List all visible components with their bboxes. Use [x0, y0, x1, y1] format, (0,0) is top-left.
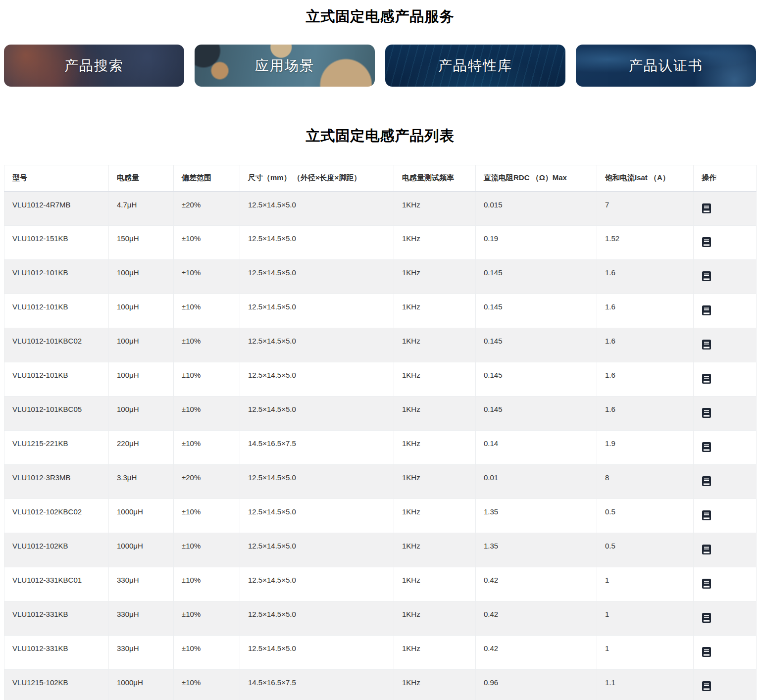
cell-model: VLU1012-331KB [4, 636, 109, 670]
cell-size: 12.5×14.5×5.0 [240, 636, 394, 670]
cell-test-frequency: 1KHz [394, 601, 476, 636]
book-icon [702, 276, 711, 283]
cell-tolerance: ±10% [174, 294, 240, 328]
cell-rdc: 0.42 [476, 567, 597, 601]
book-icon [702, 208, 711, 215]
cell-isat: 1 [597, 601, 694, 636]
row-action-button[interactable] [702, 544, 711, 555]
product-table-body: VLU1012-4R7MB 4.7μH ±20% 12.5×14.5×5.0 1… [4, 192, 757, 700]
book-icon [702, 412, 711, 420]
cell-model: VLU1012-102KBC02 [4, 499, 109, 533]
cell-isat: 1 [597, 567, 694, 601]
row-action-button[interactable] [702, 237, 711, 248]
cell-operation [694, 362, 757, 397]
row-action-button[interactable] [702, 647, 711, 657]
row-action-button[interactable] [702, 407, 711, 418]
cell-test-frequency: 1KHz [394, 636, 476, 670]
cell-rdc: 0.145 [476, 362, 597, 397]
cell-tolerance: ±10% [174, 226, 240, 260]
table-row: VLU1012-151KB 150μH ±10% 12.5×14.5×5.0 1… [4, 226, 757, 260]
book-icon [702, 447, 711, 454]
cell-model: VLU1012-151KB [4, 226, 109, 260]
cell-model: VLU1012-331KBC01 [4, 567, 109, 601]
cell-rdc: 0.96 [476, 670, 597, 700]
cell-isat: 0.5 [597, 499, 694, 533]
row-action-button[interactable] [702, 305, 711, 316]
cell-model: VLU1215-221KB [4, 431, 109, 465]
cell-size: 12.5×14.5×5.0 [240, 397, 394, 431]
cell-operation [694, 294, 757, 328]
product-table: 型号 电感量 偏差范围 尺寸（mm） （外径×长度×脚距） 电感量测试频率 直流… [4, 165, 757, 700]
cell-rdc: 1.35 [476, 533, 597, 567]
banner-row: 产品搜索 应用场景 产品特性库 产品认证书 [0, 45, 760, 87]
cell-test-frequency: 1KHz [394, 670, 476, 700]
cell-tolerance: ±10% [174, 567, 240, 601]
cell-size: 12.5×14.5×5.0 [240, 601, 394, 636]
cell-test-frequency: 1KHz [394, 397, 476, 431]
row-action-button[interactable] [702, 271, 711, 282]
row-action-button[interactable] [702, 510, 711, 521]
cell-isat: 1.6 [597, 294, 694, 328]
cell-tolerance: ±10% [174, 601, 240, 636]
book-icon [702, 242, 711, 249]
table-row: VLU1012-101KBC05 100μH ±10% 12.5×14.5×5.… [4, 397, 757, 431]
cell-test-frequency: 1KHz [394, 533, 476, 567]
cell-model: VLU1012-331KB [4, 601, 109, 636]
column-header-inductance: 电感量 [109, 165, 174, 192]
cell-inductance: 3.3μH [109, 465, 174, 499]
cell-tolerance: ±20% [174, 192, 240, 226]
table-row: VLU1215-102KB 1000μH ±10% 14.5×16.5×7.5 … [4, 670, 757, 700]
cell-size: 12.5×14.5×5.0 [240, 226, 394, 260]
cell-model: VLU1012-101KB [4, 362, 109, 397]
row-action-button[interactable] [702, 203, 711, 214]
banner-application-scenarios[interactable]: 应用场景 [195, 45, 375, 87]
row-action-button[interactable] [702, 373, 711, 384]
cell-isat: 1.6 [597, 397, 694, 431]
cell-isat: 1.9 [597, 431, 694, 465]
cell-operation [694, 636, 757, 670]
table-row: VLU1012-101KBC02 100μH ±10% 12.5×14.5×5.… [4, 328, 757, 362]
row-action-button[interactable] [702, 476, 711, 487]
cell-operation [694, 670, 757, 700]
row-action-button[interactable] [702, 612, 711, 623]
cell-rdc: 0.19 [476, 226, 597, 260]
row-action-button[interactable] [702, 442, 711, 452]
table-row: VLU1012-3R3MB 3.3μH ±20% 12.5×14.5×5.0 1… [4, 465, 757, 499]
banner-product-certificates[interactable]: 产品认证书 [576, 45, 756, 87]
banner-product-characteristics[interactable]: 产品特性库 [385, 45, 565, 87]
cell-isat: 1.6 [597, 260, 694, 294]
cell-operation [694, 601, 757, 636]
row-action-button[interactable] [702, 578, 711, 589]
cell-tolerance: ±10% [174, 499, 240, 533]
table-row: VLU1012-102KBC02 1000μH ±10% 12.5×14.5×5… [4, 499, 757, 533]
cell-operation [694, 567, 757, 601]
cell-rdc: 0.145 [476, 397, 597, 431]
cell-model: VLU1012-3R3MB [4, 465, 109, 499]
cell-model: VLU1012-101KBC02 [4, 328, 109, 362]
cell-isat: 1.52 [597, 226, 694, 260]
column-header-isat: 饱和电流Isat （A） [597, 165, 694, 192]
product-list-title: 立式固定电感产品列表 [0, 126, 760, 146]
cell-operation [694, 499, 757, 533]
cell-tolerance: ±10% [174, 260, 240, 294]
cell-operation [694, 328, 757, 362]
cell-operation [694, 431, 757, 465]
cell-rdc: 0.01 [476, 465, 597, 499]
row-action-button[interactable] [702, 681, 711, 692]
cell-test-frequency: 1KHz [394, 362, 476, 397]
row-action-button[interactable] [702, 339, 711, 350]
table-row: VLU1012-101KB 100μH ±10% 12.5×14.5×5.0 1… [4, 260, 757, 294]
table-row: VLU1012-331KB 330μH ±10% 12.5×14.5×5.0 1… [4, 601, 757, 636]
table-header-row: 型号 电感量 偏差范围 尺寸（mm） （外径×长度×脚距） 电感量测试频率 直流… [4, 165, 757, 192]
cell-size: 12.5×14.5×5.0 [240, 294, 394, 328]
banner-product-search[interactable]: 产品搜索 [4, 45, 184, 87]
cell-rdc: 0.145 [476, 294, 597, 328]
cell-inductance: 220μH [109, 431, 174, 465]
cell-rdc: 0.42 [476, 601, 597, 636]
cell-size: 12.5×14.5×5.0 [240, 260, 394, 294]
banner-product-certificates-label: 产品认证书 [629, 56, 703, 75]
cell-rdc: 0.145 [476, 328, 597, 362]
cell-model: VLU1012-101KBC05 [4, 397, 109, 431]
cell-size: 14.5×16.5×7.5 [240, 670, 394, 700]
cell-test-frequency: 1KHz [394, 226, 476, 260]
